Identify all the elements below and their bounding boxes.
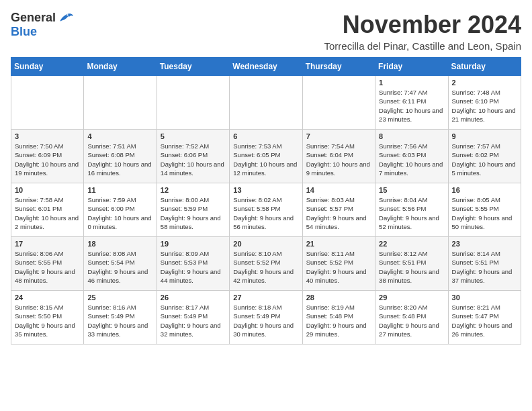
day-info: Sunrise: 7:54 AM Sunset: 6:04 PM Dayligh…: [306, 142, 371, 177]
day-number: 18: [87, 240, 152, 248]
day-number: 24: [15, 293, 80, 302]
calendar-cell: [84, 76, 157, 130]
day-number: 25: [87, 293, 152, 302]
calendar-cell: 10Sunrise: 7:58 AM Sunset: 6:01 PM Dayli…: [11, 183, 84, 237]
day-info: Sunrise: 7:47 AM Sunset: 6:11 PM Dayligh…: [379, 88, 444, 124]
day-number: 10: [15, 186, 80, 194]
calendar-cell: [11, 76, 84, 130]
day-number: 3: [15, 132, 80, 140]
logo-blue-text: Blue: [11, 25, 37, 39]
day-number: 6: [233, 132, 298, 140]
calendar-cell: 18Sunrise: 8:08 AM Sunset: 5:54 PM Dayli…: [84, 237, 157, 291]
calendar-cell: 17Sunrise: 8:06 AM Sunset: 5:55 PM Dayli…: [11, 237, 84, 291]
calendar-cell: 24Sunrise: 8:15 AM Sunset: 5:50 PM Dayli…: [11, 291, 84, 345]
day-number: 23: [452, 240, 517, 248]
weekday-header-thursday: Thursday: [302, 58, 375, 76]
calendar-cell: 26Sunrise: 8:17 AM Sunset: 5:49 PM Dayli…: [157, 291, 229, 345]
day-number: 4: [87, 132, 152, 140]
calendar-cell: 8Sunrise: 7:56 AM Sunset: 6:03 PM Daylig…: [375, 130, 448, 183]
day-info: Sunrise: 8:15 AM Sunset: 5:50 PM Dayligh…: [15, 303, 80, 338]
day-info: Sunrise: 7:51 AM Sunset: 6:08 PM Dayligh…: [87, 142, 152, 177]
logo-bird-icon: [57, 11, 73, 25]
day-info: Sunrise: 7:48 AM Sunset: 6:10 PM Dayligh…: [452, 88, 517, 124]
calendar-cell: 2Sunrise: 7:48 AM Sunset: 6:10 PM Daylig…: [448, 76, 521, 130]
weekday-header-saturday: Saturday: [448, 58, 521, 76]
day-number: 30: [452, 293, 517, 302]
day-info: Sunrise: 8:05 AM Sunset: 5:55 PM Dayligh…: [452, 195, 517, 231]
calendar-cell: 1Sunrise: 7:47 AM Sunset: 6:11 PM Daylig…: [375, 76, 448, 130]
day-info: Sunrise: 7:52 AM Sunset: 6:06 PM Dayligh…: [161, 142, 226, 177]
day-info: Sunrise: 8:16 AM Sunset: 5:49 PM Dayligh…: [87, 303, 152, 338]
day-number: 11: [87, 186, 152, 194]
day-number: 21: [306, 240, 371, 248]
calendar-cell: 22Sunrise: 8:12 AM Sunset: 5:51 PM Dayli…: [375, 237, 448, 291]
weekday-header-sunday: Sunday: [11, 58, 84, 76]
day-info: Sunrise: 8:08 AM Sunset: 5:54 PM Dayligh…: [87, 249, 152, 285]
week-row-3: 17Sunrise: 8:06 AM Sunset: 5:55 PM Dayli…: [11, 237, 521, 291]
weekday-header-row: SundayMondayTuesdayWednesdayThursdayFrid…: [11, 58, 521, 76]
day-info: Sunrise: 7:56 AM Sunset: 6:03 PM Dayligh…: [379, 142, 444, 177]
day-info: Sunrise: 8:19 AM Sunset: 5:48 PM Dayligh…: [306, 303, 371, 338]
day-info: Sunrise: 7:50 AM Sunset: 6:09 PM Dayligh…: [15, 142, 80, 177]
day-number: 1: [379, 79, 444, 87]
calendar-cell: 7Sunrise: 7:54 AM Sunset: 6:04 PM Daylig…: [302, 130, 375, 183]
calendar-cell: 4Sunrise: 7:51 AM Sunset: 6:08 PM Daylig…: [84, 130, 157, 183]
calendar-cell: 20Sunrise: 8:10 AM Sunset: 5:52 PM Dayli…: [230, 237, 302, 291]
weekday-header-friday: Friday: [375, 58, 448, 76]
calendar-cell: 27Sunrise: 8:18 AM Sunset: 5:49 PM Dayli…: [230, 291, 302, 345]
day-info: Sunrise: 8:21 AM Sunset: 5:47 PM Dayligh…: [452, 303, 517, 338]
calendar-cell: 11Sunrise: 7:59 AM Sunset: 6:00 PM Dayli…: [84, 183, 157, 237]
week-row-0: 1Sunrise: 7:47 AM Sunset: 6:11 PM Daylig…: [11, 76, 521, 130]
calendar-cell: 14Sunrise: 8:03 AM Sunset: 5:57 PM Dayli…: [302, 183, 375, 237]
day-number: 7: [306, 132, 371, 140]
day-info: Sunrise: 8:03 AM Sunset: 5:57 PM Dayligh…: [306, 195, 371, 231]
header: General Blue November 2024 Torrecilla de…: [11, 11, 521, 52]
day-info: Sunrise: 8:17 AM Sunset: 5:49 PM Dayligh…: [161, 303, 226, 338]
day-number: 8: [379, 132, 444, 140]
calendar-cell: [157, 76, 229, 130]
day-info: Sunrise: 7:53 AM Sunset: 6:05 PM Dayligh…: [233, 142, 298, 177]
day-number: 19: [161, 240, 226, 248]
calendar-cell: 29Sunrise: 8:20 AM Sunset: 5:48 PM Dayli…: [375, 291, 448, 345]
day-number: 14: [306, 186, 371, 194]
location-title: Torrecilla del Pinar, Castille and Leon,…: [324, 40, 521, 52]
day-number: 20: [233, 240, 298, 248]
calendar-table: SundayMondayTuesdayWednesdayThursdayFrid…: [11, 57, 521, 345]
day-info: Sunrise: 8:02 AM Sunset: 5:58 PM Dayligh…: [233, 195, 298, 231]
calendar-cell: [230, 76, 302, 130]
day-number: 15: [379, 186, 444, 194]
week-row-1: 3Sunrise: 7:50 AM Sunset: 6:09 PM Daylig…: [11, 130, 521, 183]
day-number: 12: [161, 186, 226, 194]
calendar-cell: 3Sunrise: 7:50 AM Sunset: 6:09 PM Daylig…: [11, 130, 84, 183]
day-number: 2: [452, 79, 517, 87]
calendar-cell: 30Sunrise: 8:21 AM Sunset: 5:47 PM Dayli…: [448, 291, 521, 345]
calendar-cell: [302, 76, 375, 130]
day-info: Sunrise: 8:09 AM Sunset: 5:53 PM Dayligh…: [161, 249, 226, 285]
month-title: November 2024: [324, 11, 521, 39]
week-row-4: 24Sunrise: 8:15 AM Sunset: 5:50 PM Dayli…: [11, 291, 521, 345]
day-info: Sunrise: 7:57 AM Sunset: 6:02 PM Dayligh…: [452, 142, 517, 177]
day-number: 13: [233, 186, 298, 194]
day-info: Sunrise: 8:20 AM Sunset: 5:48 PM Dayligh…: [379, 303, 444, 338]
calendar-cell: 21Sunrise: 8:11 AM Sunset: 5:52 PM Dayli…: [302, 237, 375, 291]
day-number: 17: [15, 240, 80, 248]
day-number: 26: [161, 293, 226, 302]
day-number: 22: [379, 240, 444, 248]
day-number: 9: [452, 132, 517, 140]
calendar-cell: 6Sunrise: 7:53 AM Sunset: 6:05 PM Daylig…: [230, 130, 302, 183]
calendar-cell: 15Sunrise: 8:04 AM Sunset: 5:56 PM Dayli…: [375, 183, 448, 237]
day-number: 29: [379, 293, 444, 302]
calendar-cell: 9Sunrise: 7:57 AM Sunset: 6:02 PM Daylig…: [448, 130, 521, 183]
calendar-cell: 23Sunrise: 8:14 AM Sunset: 5:51 PM Dayli…: [448, 237, 521, 291]
weekday-header-tuesday: Tuesday: [157, 58, 229, 76]
weekday-header-monday: Monday: [84, 58, 157, 76]
day-info: Sunrise: 8:06 AM Sunset: 5:55 PM Dayligh…: [15, 249, 80, 285]
day-info: Sunrise: 8:00 AM Sunset: 5:59 PM Dayligh…: [161, 195, 226, 231]
day-info: Sunrise: 8:11 AM Sunset: 5:52 PM Dayligh…: [306, 249, 371, 285]
calendar-cell: 16Sunrise: 8:05 AM Sunset: 5:55 PM Dayli…: [448, 183, 521, 237]
title-area: November 2024 Torrecilla del Pinar, Cast…: [324, 11, 521, 52]
day-info: Sunrise: 8:10 AM Sunset: 5:52 PM Dayligh…: [233, 249, 298, 285]
day-info: Sunrise: 8:18 AM Sunset: 5:49 PM Dayligh…: [233, 303, 298, 338]
day-info: Sunrise: 8:04 AM Sunset: 5:56 PM Dayligh…: [379, 195, 444, 231]
calendar-cell: 28Sunrise: 8:19 AM Sunset: 5:48 PM Dayli…: [302, 291, 375, 345]
